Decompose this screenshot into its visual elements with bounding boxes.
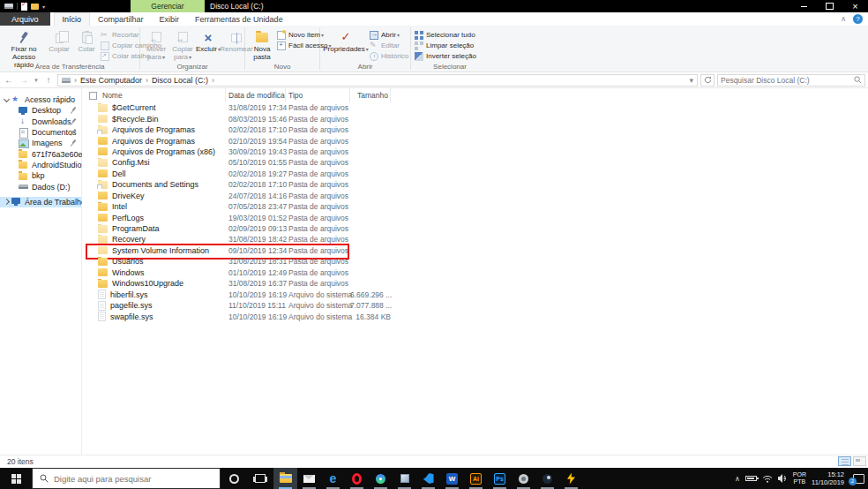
file-row[interactable]: Documents and Settings 02/02/2018 17:10 … bbox=[82, 179, 868, 190]
tab-ferramentas-de-unidade[interactable]: Ferramentas de Unidade bbox=[187, 12, 291, 26]
file-row[interactable]: $GetCurrent 31/08/2019 17:34 Pasta de ar… bbox=[82, 102, 868, 113]
sidebar-item[interactable]: Documentos bbox=[0, 127, 81, 138]
details-view-button[interactable] bbox=[838, 456, 851, 466]
taskbar-app-icon[interactable] bbox=[345, 468, 369, 489]
taskbar-app-icon[interactable]: Ai bbox=[464, 468, 488, 489]
edit-button[interactable]: Editar bbox=[370, 41, 408, 50]
cortana-button[interactable] bbox=[221, 468, 247, 489]
file-row[interactable]: $Recycle.Bin 08/03/2019 15:46 Pasta de a… bbox=[82, 113, 868, 124]
new-folder-quick-icon[interactable] bbox=[31, 4, 39, 10]
move-to-button[interactable]: Mover para bbox=[144, 28, 168, 62]
taskbar-app-icon[interactable] bbox=[559, 468, 583, 489]
file-row[interactable]: System Volume Information 09/10/2019 12:… bbox=[82, 245, 868, 256]
up-icon[interactable]: ↑ bbox=[42, 75, 55, 85]
action-center-icon[interactable]: 2 bbox=[853, 474, 864, 484]
clock[interactable]: 15:12 11/10/2019 bbox=[812, 470, 844, 487]
sidebar-item[interactable]: Acesso rápido bbox=[0, 94, 81, 105]
breadcrumb-item-este-computador[interactable]: Este Computador bbox=[80, 76, 142, 85]
sidebar-item[interactable]: Desktop bbox=[0, 105, 81, 116]
taskbar-app-icon[interactable] bbox=[416, 468, 440, 489]
file-row[interactable]: Arquivos de Programas (x86) 30/09/2019 1… bbox=[82, 147, 868, 157]
search-box[interactable] bbox=[717, 74, 865, 87]
open-button[interactable]: Abrir bbox=[370, 30, 408, 40]
sidebar-item[interactable]: Área de Trabalho bbox=[0, 197, 81, 207]
close-button[interactable] bbox=[842, 0, 868, 12]
tree-chevron-icon[interactable] bbox=[3, 199, 11, 204]
maximize-button[interactable] bbox=[817, 0, 842, 12]
help-icon[interactable]: ? bbox=[853, 14, 863, 24]
start-button[interactable] bbox=[0, 468, 32, 489]
taskbar-app-icon[interactable] bbox=[369, 468, 393, 489]
task-view-button[interactable] bbox=[247, 468, 273, 489]
file-row[interactable]: PerfLogs 19/03/2019 01:52 Pasta de arqui… bbox=[82, 212, 868, 222]
search-input[interactable] bbox=[721, 76, 854, 85]
file-row[interactable]: Arquivos de Programas 02/02/2018 17:10 P… bbox=[82, 124, 868, 135]
select-all-checkbox[interactable] bbox=[89, 92, 97, 100]
taskbar-app-icon[interactable] bbox=[273, 468, 297, 489]
file-row[interactable]: Recovery 31/08/2019 18:42 Pasta de arqui… bbox=[82, 234, 868, 244]
delete-button[interactable]: × Excluir bbox=[197, 28, 220, 54]
taskbar-search-input[interactable] bbox=[54, 474, 220, 484]
refresh-button[interactable] bbox=[700, 74, 715, 87]
sidebar-item[interactable]: 671f76a3e60eaec4 bbox=[0, 148, 81, 159]
file-row[interactable]: Arquivos de Programas 02/10/2019 19:54 P… bbox=[82, 135, 868, 146]
collapse-ribbon-icon[interactable]: ∧ bbox=[841, 15, 846, 23]
sidebar-item[interactable]: Dados (D:) bbox=[0, 181, 81, 192]
tree-chevron-icon[interactable] bbox=[3, 99, 11, 102]
taskbar-app-icon[interactable] bbox=[512, 468, 535, 489]
taskbar-app-icon[interactable] bbox=[393, 468, 416, 489]
taskbar-app-icon[interactable] bbox=[297, 468, 321, 489]
column-header-name[interactable]: Nome bbox=[89, 88, 226, 102]
invert-selection-button[interactable]: Inverter seleção bbox=[415, 51, 476, 61]
context-tab-gerenciar[interactable]: Gerenciar bbox=[131, 0, 205, 12]
properties-button[interactable]: ✓ Propriedades bbox=[324, 28, 368, 54]
tab-exibir[interactable]: Exibir bbox=[152, 12, 188, 26]
tab-compartilhar[interactable]: Compartilhar bbox=[90, 12, 152, 26]
column-header-type[interactable]: Tipo bbox=[286, 88, 350, 102]
taskbar-search-box[interactable] bbox=[32, 468, 221, 489]
battery-icon[interactable] bbox=[745, 476, 757, 481]
copy-button[interactable]: Copiar bbox=[46, 28, 72, 54]
breadcrumb-item-disco-local[interactable]: Disco Local (C:) bbox=[152, 76, 208, 85]
breadcrumb[interactable]: Este Computador Disco Local (C:) ▾ bbox=[57, 74, 698, 87]
sidebar-item[interactable]: Downloads bbox=[0, 117, 81, 127]
tab-inicio[interactable]: Início bbox=[54, 12, 91, 26]
sidebar-item[interactable]: bkp bbox=[0, 170, 81, 181]
address-dropdown-arrow-icon[interactable]: ▾ bbox=[689, 76, 693, 85]
column-header-date[interactable]: Data de modificaç... bbox=[226, 88, 286, 102]
tray-chevron-up-icon[interactable]: ∧ bbox=[735, 475, 740, 483]
file-row[interactable]: pagefile.sys 11/10/2019 15:11 Arquivo do… bbox=[82, 300, 868, 311]
copy-to-button[interactable]: Copiar para bbox=[170, 28, 195, 62]
language-indicator[interactable]: POR PTB bbox=[793, 471, 806, 486]
history-button[interactable]: Histórico bbox=[370, 51, 408, 61]
wifi-icon[interactable] bbox=[762, 475, 773, 483]
select-all-button[interactable]: Selecionar tudo bbox=[415, 30, 476, 40]
forward-icon[interactable]: → bbox=[18, 75, 30, 85]
properties-quick-icon[interactable] bbox=[21, 3, 27, 11]
back-icon[interactable]: ← bbox=[3, 75, 15, 85]
thumbnails-view-button[interactable] bbox=[853, 456, 866, 466]
sidebar-item[interactable]: Imagens bbox=[0, 138, 81, 148]
file-row[interactable]: Config.Msi 05/10/2019 01:55 Pasta de arq… bbox=[82, 157, 868, 168]
volume-icon[interactable] bbox=[778, 474, 788, 483]
file-row[interactable]: hiberfil.sys 10/10/2019 16:19 Arquivo do… bbox=[82, 289, 868, 299]
tab-arquivo[interactable]: Arquivo bbox=[0, 12, 50, 26]
file-row[interactable]: Usuários 31/08/2019 18:31 Pasta de arqui… bbox=[82, 256, 868, 267]
taskbar-app-icon[interactable]: W bbox=[440, 468, 464, 489]
taskbar-app-icon[interactable]: Ps bbox=[488, 468, 512, 489]
file-row[interactable]: Windows 01/10/2019 12:49 Pasta de arquiv… bbox=[82, 267, 868, 278]
sidebar-item[interactable]: AndroidStudioProje bbox=[0, 160, 81, 170]
file-row[interactable]: Dell 02/02/2018 19:27 Pasta de arquivos bbox=[82, 169, 868, 179]
minimize-button[interactable] bbox=[791, 0, 817, 12]
file-row[interactable]: swapfile.sys 10/10/2019 16:19 Arquivo do… bbox=[82, 311, 868, 321]
new-folder-button[interactable]: Nova pasta bbox=[249, 28, 275, 62]
clear-selection-button[interactable]: Limpar seleção bbox=[415, 41, 476, 50]
file-row[interactable]: Windows10Upgrade 31/08/2019 16:37 Pasta … bbox=[82, 278, 868, 289]
taskbar-app-icon[interactable] bbox=[535, 468, 559, 489]
recent-locations-arrow-icon[interactable]: ▾ bbox=[33, 77, 40, 84]
customize-toolbar-arrow-icon[interactable]: ▾ bbox=[42, 4, 45, 10]
taskbar-app-icon[interactable]: e bbox=[321, 468, 345, 489]
file-row[interactable]: ProgramData 02/09/2019 09:13 Pasta de ar… bbox=[82, 223, 868, 234]
column-header-size[interactable]: Tamanho bbox=[350, 88, 391, 102]
file-row[interactable]: DriveKey 24/07/2018 14:16 Pasta de arqui… bbox=[82, 191, 868, 201]
